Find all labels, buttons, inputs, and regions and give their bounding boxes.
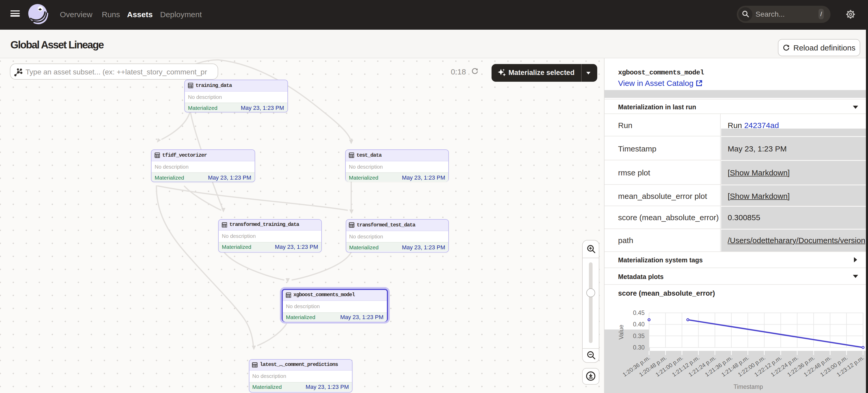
- svg-text:0.45: 0.45: [633, 309, 645, 316]
- svg-text:0.35: 0.35: [633, 333, 645, 339]
- svg-text:0.30: 0.30: [633, 344, 645, 351]
- svg-text:0.40: 0.40: [633, 321, 645, 328]
- svg-text:Value: Value: [618, 325, 625, 339]
- svg-text:Timestamp: Timestamp: [734, 383, 763, 390]
